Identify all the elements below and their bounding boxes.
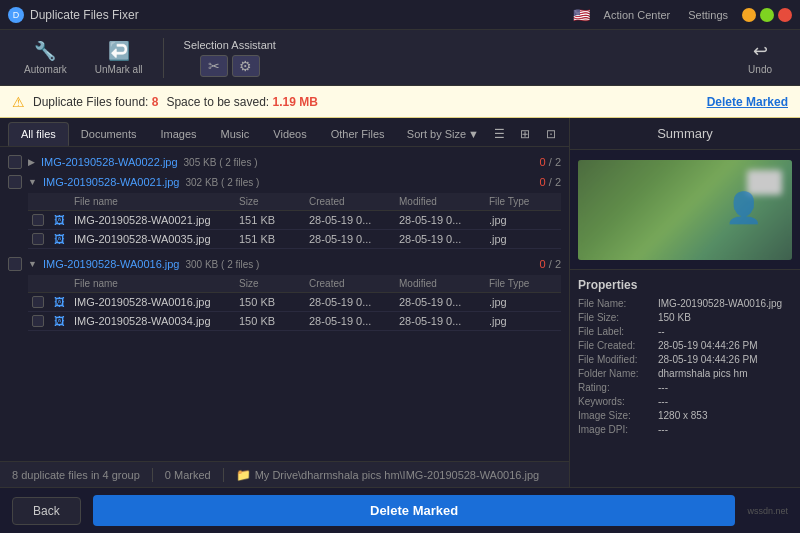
file-modified-cell: 28-05-19 0... <box>397 314 487 328</box>
prop-row: File Name: IMG-20190528-WA0016.jpg <box>578 298 792 309</box>
action-center-btn[interactable]: Action Center <box>600 9 675 21</box>
view-detail-btn[interactable]: ⊡ <box>541 124 561 144</box>
col-modified: Modified <box>397 195 487 208</box>
automark-button[interactable]: 🔧 Automark <box>12 34 79 81</box>
group-name-3[interactable]: IMG-20190528-WA0016.jpg <box>43 258 180 270</box>
warning-icon: ⚠ <box>12 94 25 110</box>
group-checkbox-3[interactable] <box>8 257 22 271</box>
group-arrow-2[interactable]: ▼ <box>28 177 37 187</box>
unmark-all-button[interactable]: ↩️ UnMark all <box>83 34 155 81</box>
delete-marked-button[interactable]: Delete Marked <box>93 495 736 526</box>
group-arrow-3[interactable]: ▼ <box>28 259 37 269</box>
group-row-2: ▼ IMG-20190528-WA0021.jpg 302 KB ( 2 fil… <box>0 171 569 191</box>
group-row-1: ▶ IMG-20190528-WA0022.jpg 305 KB ( 2 fil… <box>0 151 569 171</box>
col-created: Created <box>307 277 397 290</box>
tab-other-files[interactable]: Other Files <box>319 123 397 145</box>
unmark-label: UnMark all <box>95 64 143 75</box>
preview-image <box>578 160 792 260</box>
file-checkbox[interactable] <box>32 214 44 226</box>
selection-icons: ✂ ⚙ <box>200 55 260 77</box>
status-divider-2 <box>223 468 224 482</box>
group-checkbox-1[interactable] <box>8 155 22 169</box>
file-modified-cell: 28-05-19 0... <box>397 232 487 246</box>
file-type-cell: .jpg <box>487 232 557 246</box>
group-name-1[interactable]: IMG-20190528-WA0022.jpg <box>41 156 178 168</box>
file-checkbox[interactable] <box>32 296 44 308</box>
maximize-btn[interactable]: □ <box>760 8 774 22</box>
delete-marked-link[interactable]: Delete Marked <box>707 95 788 109</box>
col-filename: File name <box>72 277 237 290</box>
undo-button[interactable]: ↩ Undo <box>732 34 788 81</box>
undo-icon: ↩ <box>753 40 768 62</box>
prop-row: Folder Name: dharmshala pics hm <box>578 368 792 379</box>
folder-icon: 📁 <box>236 468 251 482</box>
file-icon: 🖼 <box>52 232 72 246</box>
selection-icon-1[interactable]: ✂ <box>200 55 228 77</box>
left-panel: All files Documents Images Music Videos … <box>0 118 570 487</box>
sort-label: Sort by Size <box>407 128 466 140</box>
back-button[interactable]: Back <box>12 497 81 525</box>
status-marked-info: 0 Marked <box>165 469 211 481</box>
tab-documents[interactable]: Documents <box>69 123 149 145</box>
tab-music[interactable]: Music <box>209 123 262 145</box>
title-bar-controls: 🇺🇸 Action Center Settings − □ × <box>573 7 792 23</box>
summary-title: Summary <box>570 118 800 150</box>
group-row-3: ▼ IMG-20190528-WA0016.jpg 300 KB ( 2 fil… <box>0 253 569 273</box>
file-checkbox[interactable] <box>32 315 44 327</box>
file-row: 🖼 IMG-20190528-WA0035.jpg 151 KB 28-05-1… <box>28 230 561 249</box>
sub-header-3: File name Size Created Modified File Typ… <box>28 275 561 293</box>
found-count: 8 <box>152 95 159 109</box>
status-path: 📁 My Drive\dharmshala pics hm\IMG-201905… <box>236 468 540 482</box>
properties-title: Properties <box>578 278 792 292</box>
file-size-cell: 150 KB <box>237 295 307 309</box>
group-name-2[interactable]: IMG-20190528-WA0021.jpg <box>43 176 180 188</box>
file-icon: 🖼 <box>52 213 72 227</box>
tab-all-files[interactable]: All files <box>8 122 69 146</box>
file-size-cell: 151 KB <box>237 232 307 246</box>
prop-row: File Created: 28-05-19 04:44:26 PM <box>578 340 792 351</box>
prop-row: File Modified: 28-05-19 04:44:26 PM <box>578 354 792 365</box>
view-grid-btn[interactable]: ⊞ <box>515 124 535 144</box>
prop-row: Image Size: 1280 x 853 <box>578 410 792 421</box>
sort-arrow-icon: ▼ <box>468 128 479 140</box>
path-text: My Drive\dharmshala pics hm\IMG-20190528… <box>255 469 540 481</box>
file-type-cell: .jpg <box>487 314 557 328</box>
status-group-info: 8 duplicate files in 4 group <box>12 469 140 481</box>
window-controls: − □ × <box>742 8 792 22</box>
space-size: 1.19 MB <box>273 95 318 109</box>
group-checkbox-2[interactable] <box>8 175 22 189</box>
automark-label: Automark <box>24 64 67 75</box>
sub-table-3: File name Size Created Modified File Typ… <box>28 275 561 331</box>
sub-header-2: File name Size Created Modified File Typ… <box>28 193 561 211</box>
col-created: Created <box>307 195 397 208</box>
app-title: Duplicate Files Fixer <box>30 8 567 22</box>
toolbar-divider-1 <box>163 38 164 78</box>
file-icon: 🖼 <box>52 295 72 309</box>
file-type-cell: .jpg <box>487 213 557 227</box>
properties-section: Properties File Name: IMG-20190528-WA001… <box>570 270 800 487</box>
group-arrow-1[interactable]: ▶ <box>28 157 35 167</box>
group-count-2: 0 / 2 <box>540 176 561 188</box>
view-list-btn[interactable]: ☰ <box>489 124 509 144</box>
tab-videos[interactable]: Videos <box>261 123 318 145</box>
close-btn[interactable]: × <box>778 8 792 22</box>
file-name-cell: IMG-20190528-WA0021.jpg <box>72 213 237 227</box>
prop-row: Image DPI: --- <box>578 424 792 435</box>
sort-by-size-button[interactable]: Sort by Size ▼ <box>403 126 483 142</box>
right-panel: Summary Properties File Name: IMG-201905… <box>570 118 800 487</box>
toolbar: 🔧 Automark ↩️ UnMark all Selection Assis… <box>0 30 800 86</box>
prop-row: File Size: 150 KB <box>578 312 792 323</box>
file-checkbox[interactable] <box>32 233 44 245</box>
found-label: Duplicate Files found: 8 <box>33 95 158 109</box>
flag-icon: 🇺🇸 <box>573 7 590 23</box>
file-icon: 🖼 <box>52 314 72 328</box>
blur-overlay <box>578 160 792 260</box>
unmark-icon: ↩️ <box>108 40 130 62</box>
minimize-btn[interactable]: − <box>742 8 756 22</box>
file-name-cell: IMG-20190528-WA0016.jpg <box>72 295 237 309</box>
bottom-bar: Back Delete Marked wssdn.net <box>0 487 800 533</box>
selection-icon-2[interactable]: ⚙ <box>232 55 260 77</box>
automark-icon: 🔧 <box>34 40 56 62</box>
tab-images[interactable]: Images <box>148 123 208 145</box>
settings-btn[interactable]: Settings <box>684 9 732 21</box>
